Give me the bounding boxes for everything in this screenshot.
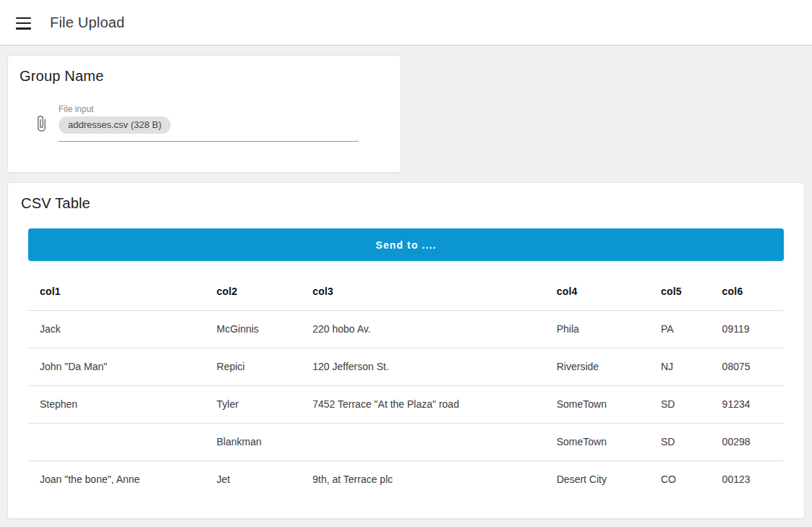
table-cell: Stephen	[28, 385, 205, 423]
table-cell: Phila	[545, 310, 649, 348]
app-bar: File Upload	[0, 0, 812, 46]
column-header-col2: col2	[205, 270, 302, 310]
column-header-col4: col4	[545, 270, 649, 310]
table-cell: Jet	[205, 460, 302, 498]
table-cell: John "Da Man"	[28, 348, 205, 385]
csv-table: col1 col2 col3 col4 col5 col6 Jack McGin…	[28, 270, 784, 498]
table-cell: 9th, at Terrace plc	[301, 460, 545, 498]
table-cell: 09119	[711, 310, 784, 348]
group-name-card: Group Name File input addresses.csv (328…	[7, 55, 401, 173]
table-cell: 7452 Terrace "At the Plaza" road	[301, 385, 545, 423]
table-cell: 08075	[711, 348, 784, 385]
table-row: Jack McGinnis 220 hobo Av. Phila PA 0911…	[28, 310, 784, 348]
table-cell: Desert City	[545, 460, 649, 498]
hamburger-menu-icon[interactable]	[16, 17, 31, 30]
table-cell: Joan "the bone", Anne	[28, 460, 205, 498]
table-cell: PA	[649, 310, 711, 348]
table-cell: SD	[649, 423, 711, 460]
file-input-label: File input	[59, 104, 359, 114]
file-input-underline	[59, 141, 359, 142]
table-cell	[28, 423, 205, 460]
table-cell: 120 Jefferson St.	[301, 348, 545, 385]
table-row: John "Da Man" Repici 120 Jefferson St. R…	[28, 348, 784, 385]
table-cell: Jack	[28, 310, 205, 348]
table-cell: 91234	[711, 385, 784, 423]
file-input[interactable]: File input addresses.csv (328 B)	[20, 104, 389, 142]
page-content: Group Name File input addresses.csv (328…	[0, 46, 812, 527]
table-cell: McGinnis	[205, 310, 302, 348]
file-input-body: File input addresses.csv (328 B)	[59, 104, 359, 142]
csv-table-card: CSV Table Send to .... col1 col2 col3 co…	[7, 182, 805, 519]
table-header-row: col1 col2 col3 col4 col5 col6	[28, 270, 784, 310]
table-cell: SomeTown	[545, 385, 649, 423]
column-header-col3: col3	[301, 270, 545, 310]
column-header-col5: col5	[649, 270, 711, 310]
app-title: File Upload	[50, 14, 124, 31]
table-cell: Repici	[205, 348, 302, 385]
file-chip[interactable]: addresses.csv (328 B)	[59, 116, 171, 134]
column-header-col6: col6	[711, 270, 784, 310]
group-card-title: Group Name	[20, 68, 389, 85]
column-header-col1: col1	[28, 270, 205, 310]
table-row: Joan "the bone", Anne Jet 9th, at Terrac…	[28, 460, 784, 498]
table-cell: Riverside	[545, 348, 649, 385]
table-row: Stephen Tyler 7452 Terrace "At the Plaza…	[28, 385, 784, 423]
table-cell: 220 hobo Av.	[301, 310, 545, 348]
table-cell: SD	[649, 385, 711, 423]
send-to-button[interactable]: Send to ....	[28, 228, 784, 261]
table-cell: Blankman	[205, 423, 302, 460]
table-cell: NJ	[649, 348, 711, 385]
csv-card-title: CSV Table	[8, 195, 804, 212]
paperclip-icon[interactable]	[33, 113, 50, 134]
table-cell: CO	[649, 460, 711, 498]
table-cell: SomeTown	[545, 423, 649, 460]
table-cell: 00298	[711, 423, 784, 460]
table-cell: Tyler	[205, 385, 302, 423]
table-cell: 00123	[711, 460, 784, 498]
table-row: Blankman SomeTown SD 00298	[28, 423, 784, 460]
table-cell	[301, 423, 545, 460]
